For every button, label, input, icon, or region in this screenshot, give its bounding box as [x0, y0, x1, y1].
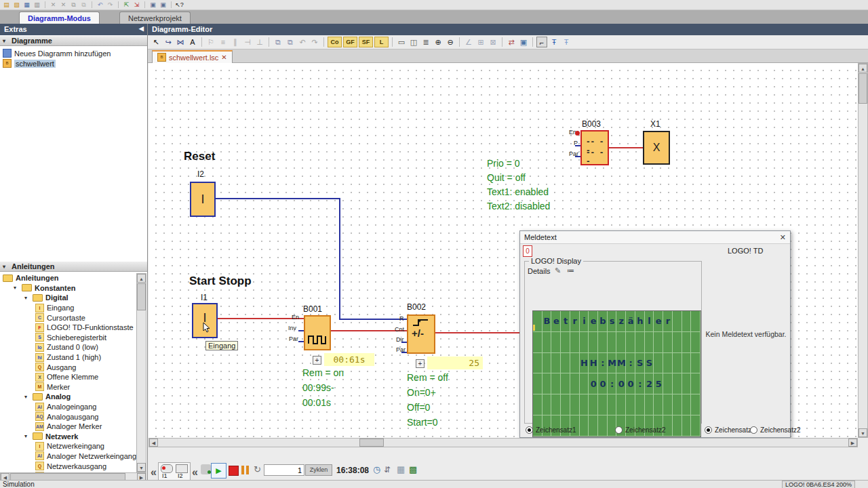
scroll-thumb[interactable]: [137, 283, 146, 310]
b002-param-value[interactable]: 25: [427, 357, 483, 369]
connect-tool-icon[interactable]: ↪: [163, 37, 174, 47]
tree-item-analogeingang[interactable]: AIAnalogeingang: [0, 402, 136, 412]
scroll-thumb[interactable]: [359, 439, 384, 447]
lcd-screen[interactable]: BetriebszählerHH:MM:SS00:00:25: [532, 310, 701, 437]
tree-item-netzwerkausgang[interactable]: QNetzwerkausgang: [0, 461, 136, 471]
connect-block-icon[interactable]: ⧉: [273, 37, 283, 47]
repeat-cycles-icon[interactable]: ↻: [254, 464, 261, 474]
radio-icon[interactable]: [750, 426, 757, 434]
tree-item-analoger-merker[interactable]: AMAnaloger Merker: [0, 422, 136, 432]
pause-button[interactable]: [241, 466, 250, 474]
canvas-hscrollbar[interactable]: ◀ ▶: [149, 438, 858, 447]
copy-icon[interactable]: ⧉: [69, 1, 78, 9]
lib-sf-button[interactable]: SF: [359, 37, 373, 47]
wire-i1-to-b001[interactable]: [218, 318, 304, 319]
tree-item-zustand-0-low-[interactable]: loZustand 0 (low): [0, 342, 136, 352]
expand-arrow-icon[interactable]: ▾: [24, 394, 30, 400]
diagramme-section-header[interactable]: ▾ Diagramme: [0, 35, 147, 46]
scroll-down-icon[interactable]: ▼: [859, 428, 867, 437]
tree-folder-anleitungen[interactable]: Anleitungen: [0, 273, 136, 283]
signal-flow-icon[interactable]: ⇵: [384, 465, 391, 474]
expand-params-button[interactable]: +: [416, 359, 425, 368]
distribute-v-icon[interactable]: ⊥: [254, 37, 265, 47]
value-table-icon[interactable]: ▦: [397, 464, 405, 474]
raise-level-icon[interactable]: Ŧ: [549, 37, 559, 47]
display-preview-icon[interactable]: ▩: [409, 464, 417, 474]
tree-item-merker[interactable]: MMerker: [0, 382, 136, 392]
cycles-unit-dropdown[interactable]: Zyklen: [305, 464, 332, 476]
block-i1[interactable]: I: [192, 303, 218, 338]
tree-item-offene-klemme[interactable]: XOffene Klemme: [0, 372, 136, 382]
collapse-icon[interactable]: «: [151, 466, 157, 479]
radio-icon[interactable]: [526, 426, 533, 434]
align-horizontal-icon[interactable]: ≡: [218, 37, 229, 47]
collapse-icon[interactable]: «: [192, 466, 198, 479]
block-i2[interactable]: I: [190, 182, 216, 217]
expand-arrow-icon[interactable]: ▾: [14, 285, 19, 291]
close-tab-icon[interactable]: ✕: [221, 54, 226, 61]
undo-icon[interactable]: ↶: [297, 37, 308, 47]
charset-radio-zeichensatz1[interactable]: Zeichensatz1: [526, 426, 576, 434]
grid-icon[interactable]: ⊞: [475, 37, 486, 47]
delete-icon[interactable]: ✕: [59, 1, 68, 9]
device-icon-2[interactable]: ▣: [159, 1, 167, 9]
tree-folder-konstanten[interactable]: ▾Konstanten: [0, 283, 136, 293]
doc-tab-schwellwert[interactable]: B schwellwert.lsc ✕: [152, 50, 233, 63]
split-connection-icon[interactable]: ⋈: [175, 37, 186, 47]
save-icon[interactable]: ▦: [22, 1, 31, 9]
expand-arrow-icon[interactable]: ▾: [24, 433, 30, 439]
b001-param-value[interactable]: 00:61s: [324, 353, 374, 366]
charset-radio-zeichensatz1[interactable]: Zeichensatz1: [705, 426, 755, 434]
distribute-h-icon[interactable]: ⊣: [242, 37, 253, 47]
tree-folder-netzwerk[interactable]: ▾Netzwerk: [0, 432, 136, 442]
tree-item-logo-td-funktionstaste[interactable]: FLOGO! TD-Funktionstaste: [0, 323, 136, 333]
block-b003[interactable]: -- -- -- --: [580, 130, 609, 165]
scroll-left-icon[interactable]: ◀: [149, 439, 158, 447]
new-diagram-item[interactable]: Neues Diagramm hinzufügen: [0, 48, 147, 58]
comment-reset[interactable]: Reset: [184, 150, 215, 163]
scroll-up-icon[interactable]: ▲: [859, 64, 867, 73]
simulation-mode-icon[interactable]: [201, 464, 211, 474]
scroll-up-icon[interactable]: ▲: [137, 274, 146, 283]
convert-fbd-icon[interactable]: ▣: [518, 37, 529, 47]
tree-vscrollbar[interactable]: ▲ ▼: [136, 273, 146, 472]
stop-button[interactable]: [229, 466, 239, 476]
convert-lad-icon[interactable]: ⇄: [506, 37, 517, 47]
diagram-canvas[interactable]: Reset I2 I Start Stopp I1 I Eingang B001…: [149, 63, 858, 438]
text-tool-icon[interactable]: A: [187, 37, 198, 47]
tree-item-eingang[interactable]: IEingang: [0, 303, 136, 313]
select-tool-icon[interactable]: ↖: [151, 37, 161, 47]
tab-netzwerkprojekt[interactable]: Netzwerkprojekt: [119, 12, 191, 24]
download-from-device-icon[interactable]: ⇲: [132, 1, 141, 9]
tree-item-analogausgang[interactable]: AQAnalogausgang: [0, 411, 136, 422]
upload-to-device-icon[interactable]: ⇱: [122, 1, 131, 9]
wire-i2-v[interactable]: [339, 198, 340, 320]
anleitungen-section-header[interactable]: ▾ Anleitungen: [0, 261, 147, 272]
wire-i2-h[interactable]: [216, 198, 340, 199]
tree-folder-analog[interactable]: ▾Analog: [0, 392, 136, 402]
window-split3-icon[interactable]: ≣: [420, 37, 431, 47]
scroll-thumb[interactable]: [859, 73, 867, 104]
redo-icon[interactable]: ↷: [106, 1, 115, 9]
align-vertical-icon[interactable]: ∥: [230, 37, 241, 47]
open-icon[interactable]: ▧: [12, 1, 21, 9]
lib-l-button[interactable]: L: [374, 37, 389, 47]
cycles-input[interactable]: [264, 464, 304, 476]
device-icon-1[interactable]: ▣: [149, 1, 157, 9]
clock-icon[interactable]: ◷: [373, 464, 380, 474]
zoom-in-icon[interactable]: ⊕: [433, 37, 443, 47]
expand-arrow-icon[interactable]: ▾: [24, 295, 30, 301]
block-b002[interactable]: +/-: [407, 314, 435, 354]
lib-gf-button[interactable]: GF: [343, 37, 357, 47]
charset-radio-zeichensatz2[interactable]: Zeichensatz2: [750, 426, 800, 434]
cut-icon[interactable]: ✕: [49, 1, 58, 9]
paste-icon[interactable]: ⧉: [79, 1, 88, 9]
radio-icon[interactable]: [705, 426, 712, 434]
flag-icon[interactable]: ⚐: [205, 37, 216, 47]
tree-item-analoger-netzwerkeingang[interactable]: AIAnaloger Netzwerkeingang: [0, 451, 136, 462]
tab-diagramm-modus[interactable]: Diagramm-Modus: [19, 12, 100, 24]
radio-icon[interactable]: [615, 426, 623, 434]
block-b001[interactable]: [304, 315, 331, 350]
tree-item-zustand-1-high-[interactable]: hiZustand 1 (high): [0, 352, 136, 363]
tree-folder-digital[interactable]: ▾Digital: [0, 293, 136, 303]
